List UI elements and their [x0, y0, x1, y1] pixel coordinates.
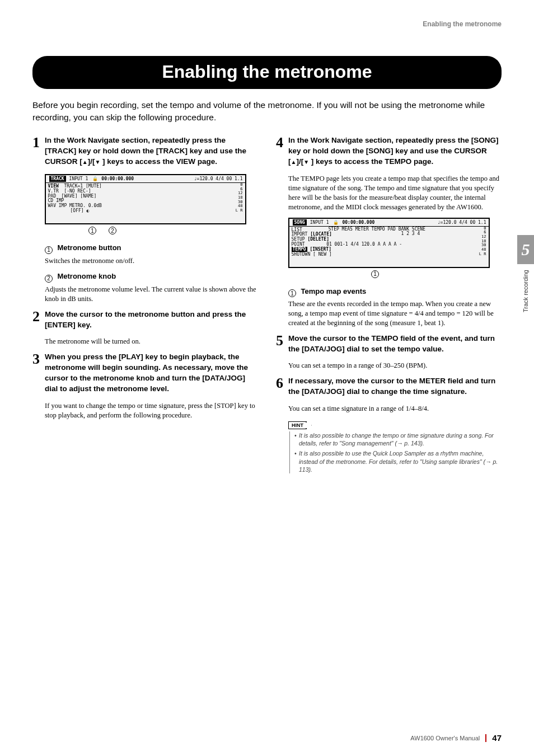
running-header: Enabling the metronome: [32, 20, 502, 28]
track-view-screenshot: TRACK INPUT 1 🔒 00:00:00.000 ♩=120.0 4/4…: [45, 174, 246, 224]
ss-btn: [ NEW ]: [313, 252, 332, 257]
text: ] keys to access the VIEW page.: [100, 157, 217, 166]
step-2: 2 Move the cursor to the metronome butto…: [32, 309, 258, 331]
hint-box: HINT It is also possible to change the t…: [288, 419, 502, 473]
step-heading: When you press the [PLAY] key to begin p…: [45, 352, 258, 395]
step-6-body: You can set a time signature in a range …: [288, 404, 502, 414]
song-tempo-screenshot: SONG INPUT 1 🔒 00:00:00.000 ♩=120.0 4/4 …: [288, 218, 490, 268]
callout-1: 1: [88, 227, 96, 234]
step-number: 6: [276, 376, 288, 397]
callout-2: 2: [109, 227, 116, 234]
tempo-map-events-desc: These are the events recorded in the tem…: [288, 299, 502, 328]
ss-input: INPUT 1: [310, 220, 329, 225]
callout-circle: 1: [45, 246, 53, 254]
ss-header-row: STEP MEAS METER TEMPO PAD BANK SCENE 1 2…: [329, 227, 425, 237]
lock-icon: 🔒: [92, 176, 98, 181]
step-number: 3: [32, 352, 45, 395]
ss-row-active: TEMPO: [292, 247, 307, 252]
step-5-body: You can set a tempo in a range of 30–250…: [288, 361, 502, 370]
callout-circle: 2: [45, 275, 53, 283]
callout-1: 1: [371, 270, 379, 278]
step-heading: In the Work Navigate section, repeatedly…: [288, 135, 502, 167]
ss-row: V.TR: [48, 189, 59, 194]
ss-row-value: [WAVE] [NAME]: [62, 194, 97, 199]
step-number: 2: [32, 309, 45, 331]
step-3: 3 When you press the [PLAY] key to begin…: [32, 352, 258, 395]
ss-row: POINT: [292, 242, 305, 247]
step-2-body: The metronome will be turned on.: [45, 337, 258, 346]
ss-btn: [DELETE]: [307, 237, 329, 242]
ss-row: SHUTDWN: [292, 252, 311, 257]
manual-name: AW1600 Owner's Manual: [410, 735, 480, 741]
ss-row: CD IMP: [48, 198, 64, 203]
step-heading: In the Work Navigate section, repeatedly…: [45, 135, 258, 167]
ss-row: VIEW: [48, 184, 59, 189]
ss-time: 00:00:00.000: [342, 220, 374, 225]
step-number: 1: [32, 135, 45, 167]
tempo-map-events-label: 1 Tempo map events: [288, 286, 502, 298]
left-column: 1 In the Work Navigate section, repeated…: [32, 135, 258, 475]
ss-meta: ♩=120.0 4/4 00 1.1: [194, 176, 243, 181]
label-text: Metronome knob: [57, 272, 116, 280]
lock-icon: 🔒: [333, 220, 339, 225]
ss-time: 00:00:00.000: [101, 176, 134, 181]
step-heading: Move the cursor to the TEMPO field of th…: [288, 334, 502, 355]
step-number: 4: [276, 135, 288, 167]
ss-row: SETUP: [292, 237, 305, 242]
ss-meta: ♩=120.0 4/4 00 1.1: [438, 220, 486, 225]
metronome-button-label: 1 Metronome button: [45, 242, 258, 254]
text: ]/[: [296, 157, 303, 166]
ss-input: INPUT 1: [69, 176, 88, 181]
step-3-body: If you want to change the tempo or time …: [45, 401, 258, 420]
cursor-down-icon: [303, 157, 309, 166]
cursor-up-icon: [82, 157, 88, 166]
intro-paragraph: Before you begin recording, set the temp…: [32, 99, 502, 123]
text: ]/[: [88, 157, 95, 166]
step-4-body: The TEMPO page lets you create a tempo m…: [288, 174, 502, 212]
chapter-side-tab: 5 Track recording: [517, 235, 534, 325]
footer-divider: [485, 734, 486, 742]
step-heading: If necessary, move the cursor to the MET…: [288, 376, 502, 397]
ss-meter: 0612183048L R: [236, 183, 243, 213]
chapter-number: 5: [517, 235, 534, 264]
ss-tab: TRACK: [49, 176, 66, 182]
chapter-name: Track recording: [522, 270, 529, 312]
step-4: 4 In the Work Navigate section, repeated…: [276, 135, 502, 167]
step-1: 1 In the Work Navigate section, repeated…: [32, 135, 258, 167]
cursor-down-icon: [95, 157, 100, 166]
right-column: 4 In the Work Navigate section, repeated…: [276, 135, 502, 475]
ss-row-value: [-NO REC-]: [64, 189, 91, 194]
ss-tab: SONG: [293, 219, 307, 226]
metronome-knob-desc: Adjusts the metronome volume level. The …: [45, 285, 258, 304]
callout-circle: 1: [288, 289, 296, 297]
ss-meter: 0612183048L R: [479, 227, 486, 257]
step-number: 5: [276, 334, 288, 355]
label-text: Metronome button: [57, 243, 121, 252]
section-title: Enabling the metronome: [32, 56, 502, 89]
step-6: 6 If necessary, move the cursor to the M…: [276, 376, 502, 397]
ss-row: PAD: [48, 194, 56, 199]
label-text: Tempo map events: [301, 287, 366, 295]
callout-row: 1: [371, 270, 502, 278]
page-footer: AW1600 Owner's Manual 47: [410, 733, 502, 743]
ss-row-value: TRACK=1 [MUTE]: [64, 184, 101, 189]
ss-event-row: 01 001-1 4/4 120.0 A A A A -: [326, 242, 402, 247]
text: ] keys to access the TEMPO page.: [309, 157, 433, 166]
metronome-knob-label: 2 Metronome knob: [45, 271, 258, 283]
ss-row: WAV IMP: [48, 203, 67, 208]
ss-btn: [INSERT]: [310, 247, 331, 252]
hint-item: It is also possible to use the Quick Loo…: [294, 449, 502, 473]
cursor-up-icon: [291, 157, 297, 166]
ss-row: IMPORT: [292, 232, 308, 237]
page-number: 47: [492, 733, 502, 743]
hint-item: It is also possible to change the tempo …: [294, 431, 502, 447]
hint-tag: HINT: [288, 421, 307, 429]
ss-row-value: METRO. 0.0dB: [69, 203, 102, 208]
ss-row: LIST: [292, 227, 302, 232]
ss-metro-off: [OFF]: [71, 208, 84, 213]
step-heading: Move the cursor to the metronome button …: [45, 309, 258, 331]
metronome-button-desc: Switches the metronome on/off.: [45, 256, 258, 266]
callout-row: 1 2: [88, 227, 258, 234]
step-5: 5 Move the cursor to the TEMPO field of …: [276, 334, 502, 355]
